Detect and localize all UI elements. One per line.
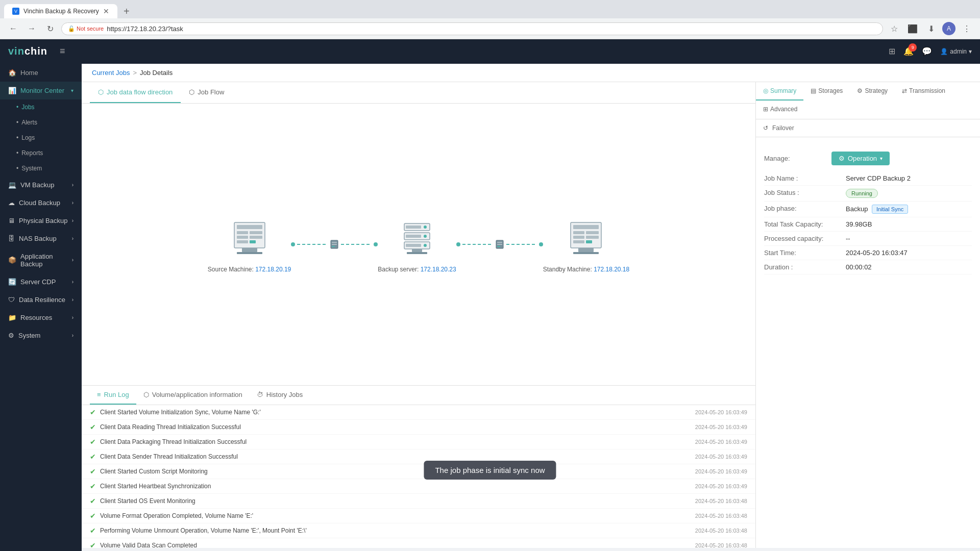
- tab-volume-info[interactable]: ⬡ Volume/application information: [136, 386, 250, 405]
- transmission-icon: ⇄: [902, 87, 907, 94]
- op-label: Operation: [848, 155, 877, 162]
- bottom-section: ≡ Run Log ⬡ Volume/application informati…: [82, 385, 755, 548]
- standby-ip-link[interactable]: 172.18.20.18: [594, 266, 629, 273]
- extensions-button[interactable]: ⬛: [905, 21, 920, 36]
- job-flow-icon: ⬡: [189, 88, 194, 96]
- tab-failover[interactable]: ↺ Failover: [756, 119, 980, 137]
- physical-arrow: ›: [72, 218, 74, 223]
- op-arrow: ▾: [880, 156, 883, 161]
- volume-info-icon: ⬡: [143, 391, 149, 398]
- backup-ip-link[interactable]: 172.18.20.23: [421, 266, 456, 273]
- physical-icon: 🖥: [8, 217, 15, 224]
- svg-rect-6: [237, 240, 248, 243]
- svg-rect-4: [237, 236, 248, 239]
- address-bar[interactable]: 🔓 Not secure https://172.18.20.23/?task: [61, 22, 883, 35]
- sidebar-toggle[interactable]: ≡: [60, 46, 65, 57]
- menu-button[interactable]: ⋮: [960, 21, 974, 36]
- duration-label: Duration :: [764, 263, 846, 271]
- log-item: ✔ Client Data Packaging Thread Initializ…: [82, 435, 755, 449]
- tab-title: Vinchin Backup & Recovery: [23, 8, 99, 15]
- backup-server: Backup server: 172.18.20.23: [378, 216, 456, 273]
- svg-rect-31: [573, 231, 584, 234]
- sidebar-item-cloud-backup[interactable]: ☁ Cloud Backup ›: [0, 194, 82, 212]
- job-name-row: Job Name : Server CDP Backup 2: [764, 171, 972, 186]
- sidebar-item-data-resilience[interactable]: 🛡 Data Resilience ›: [0, 291, 82, 309]
- backup-server-label: Backup server: 172.18.20.23: [378, 266, 456, 273]
- sidebar-item-application-backup[interactable]: 📦 Application Backup ›: [0, 247, 82, 273]
- job-phase-badge: Initial Sync: [872, 205, 908, 214]
- job-tabs: ⬡ Job data flow direction ⬡ Job Flow: [82, 82, 755, 104]
- log-time: 2024-05-20 16:03:48: [695, 542, 747, 548]
- flow-dot-4: [539, 242, 543, 246]
- sidebar-item-home[interactable]: 🏠 Home: [0, 64, 82, 82]
- tab-job-data-flow[interactable]: ⬡ Job data flow direction: [90, 82, 181, 103]
- sidebar-item-alerts[interactable]: • Alerts: [0, 115, 82, 130]
- sidebar-item-server-cdp[interactable]: 🔄 Server CDP ›: [0, 273, 82, 291]
- tab-job-flow[interactable]: ⬡ Job Flow: [181, 82, 232, 103]
- sidebar-item-jobs[interactable]: • Jobs: [0, 99, 82, 115]
- sidebar-item-system[interactable]: ⚙ System ›: [0, 327, 82, 344]
- resilience-icon: 🛡: [8, 296, 15, 304]
- sidebar-group-monitor[interactable]: 📊 Monitor Center ▾ • Jobs • Alerts •: [0, 82, 82, 176]
- sidebar-item-system-sub[interactable]: • System: [0, 161, 82, 176]
- strategy-tab-label: Strategy: [865, 87, 888, 94]
- browser-tab[interactable]: V Vinchin Backup & Recovery ✕: [4, 4, 117, 18]
- log-time: 2024-05-20 16:03:48: [695, 513, 747, 519]
- operation-button[interactable]: ⚙ Operation ▾: [831, 152, 890, 165]
- manage-label: Manage:: [764, 155, 825, 162]
- bookmark-button[interactable]: ☆: [887, 21, 901, 36]
- user-icon: 👤: [940, 48, 948, 55]
- flow-server-small-2: [495, 239, 504, 249]
- resources-icon: 📁: [8, 314, 16, 321]
- tab-transmission[interactable]: ⇄ Transmission: [895, 82, 952, 101]
- download-button[interactable]: ⬇: [924, 21, 938, 36]
- total-capacity-value: 39.98GB: [846, 220, 972, 228]
- user-menu[interactable]: 👤 admin ▾: [940, 48, 972, 55]
- source-ip-link[interactable]: 172.18.20.19: [255, 266, 291, 273]
- transmission-tab-label: Transmission: [909, 87, 945, 94]
- svg-rect-18: [406, 235, 421, 238]
- tab-storages[interactable]: ▤ Storages: [803, 82, 850, 101]
- tab-strategy[interactable]: ⚙ Strategy: [850, 82, 895, 101]
- app-backup-arrow: ›: [72, 257, 74, 263]
- processed-value: --: [846, 235, 972, 242]
- tab-summary[interactable]: ◎ Summary: [756, 82, 803, 101]
- profile-button[interactable]: A: [942, 22, 955, 35]
- log-text: Client Started OS Event Monitoring: [100, 497, 687, 505]
- sidebar-item-logs[interactable]: • Logs: [0, 130, 82, 145]
- sidebar-vm-label: VM Backup: [20, 181, 54, 189]
- tab-run-log[interactable]: ≡ Run Log: [90, 386, 136, 405]
- back-button[interactable]: ←: [6, 21, 20, 36]
- breadcrumb-current: Job Details: [140, 69, 173, 77]
- failover-tab-label: Failover: [772, 124, 794, 132]
- sidebar-item-nas-backup[interactable]: 🗄 NAS Backup ›: [0, 230, 82, 247]
- forward-button[interactable]: →: [24, 21, 39, 36]
- history-icon: ⏱: [257, 391, 263, 398]
- tab-history-jobs[interactable]: ⏱ History Jobs: [250, 386, 310, 405]
- summary-tab-label: Summary: [770, 87, 796, 94]
- reload-button[interactable]: ↻: [43, 21, 57, 36]
- notification-bell[interactable]: 🔔 9: [903, 46, 914, 56]
- tab-advanced[interactable]: ⊞ Advanced: [756, 101, 804, 119]
- sidebar-monitor-header[interactable]: 📊 Monitor Center ▾: [0, 82, 82, 99]
- job-name-label: Job Name :: [764, 174, 846, 182]
- tab-close-button[interactable]: ✕: [103, 7, 109, 15]
- flow-connector-1: [291, 239, 378, 249]
- log-item: ✔ Client Started Volume Initialization S…: [82, 405, 755, 420]
- logo-second: chin: [24, 45, 47, 57]
- chat-icon[interactable]: 💬: [922, 46, 932, 56]
- sidebar-item-vm-backup[interactable]: 💻 VM Backup ›: [0, 176, 82, 194]
- new-tab-button[interactable]: +: [119, 4, 134, 18]
- grid-icon[interactable]: ⊞: [889, 46, 895, 56]
- log-text: Client Data Sender Thread Initialization…: [100, 453, 687, 460]
- job-phase-value: Backup Initial Sync: [846, 205, 972, 214]
- monitor-icon: 📊: [8, 87, 16, 94]
- log-text: Client Started Heartbeat Synchronization: [100, 483, 687, 490]
- sidebar-item-physical-backup[interactable]: 🖥 Physical Backup ›: [0, 212, 82, 230]
- flow-line-4: [506, 244, 537, 245]
- server-cdp-arrow: ›: [72, 279, 74, 285]
- sidebar-item-reports[interactable]: • Reports: [0, 145, 82, 161]
- log-item: ✔ Volume Format Operation Completed, Vol…: [82, 509, 755, 523]
- sidebar-item-resources[interactable]: 📁 Resources ›: [0, 309, 82, 327]
- breadcrumb-parent[interactable]: Current Jobs: [92, 69, 130, 77]
